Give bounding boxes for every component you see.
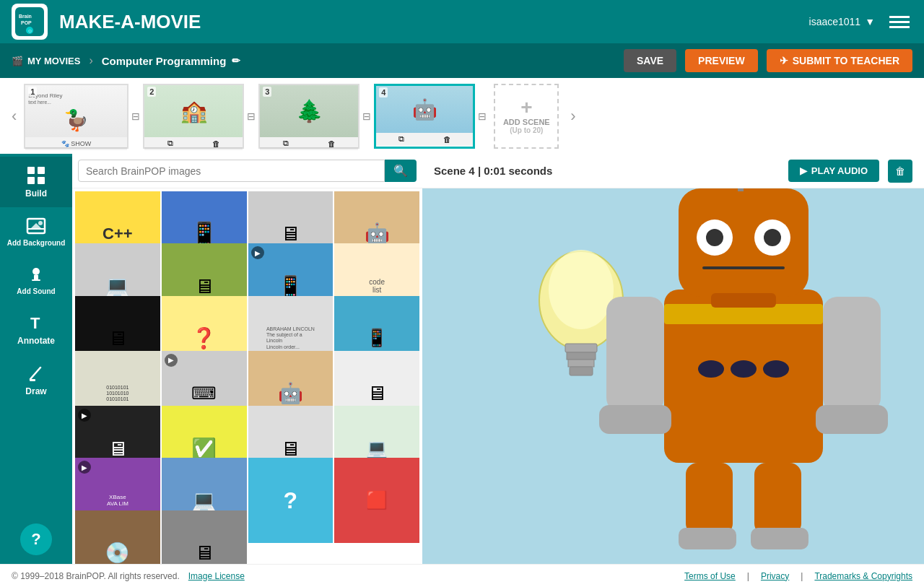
- svg-rect-39: [823, 297, 881, 412]
- help-button[interactable]: ?: [20, 523, 52, 555]
- svg-rect-45: [711, 293, 776, 308]
- svg-point-12: [38, 221, 43, 225]
- image-cell-disk[interactable]: 💿: [75, 510, 160, 564]
- svg-point-27: [698, 360, 724, 378]
- scene-preview-1: Beyond Rileytext here... 🦆: [25, 85, 127, 137]
- copy-2-icon[interactable]: ⧉: [167, 139, 173, 148]
- svg-rect-14: [34, 275, 38, 279]
- scene-1-actions: 🐾 SHOW: [25, 137, 127, 150]
- hamburger-menu[interactable]: [886, 13, 912, 31]
- app-title: MAKE-A-MOVIE: [59, 11, 798, 33]
- terms-link[interactable]: Terms of Use: [684, 571, 736, 581]
- scene-preview-3: 🌲: [260, 85, 358, 137]
- svg-rect-41: [686, 463, 733, 535]
- sidebar-item-annotate[interactable]: T Annotate: [0, 304, 72, 355]
- scene-1-show[interactable]: 🐾 SHOW: [61, 140, 91, 147]
- sound-icon: [26, 264, 46, 284]
- search-button[interactable]: 🔍: [385, 160, 417, 182]
- image-cell-tower[interactable]: 🖥: [162, 510, 247, 564]
- svg-rect-38: [599, 405, 671, 434]
- add-scene-button[interactable]: + ADD SCENE (Up to 20): [494, 84, 559, 149]
- play-badge-kb: ▶: [165, 354, 178, 367]
- copyright-text: © 1999–2018 BrainPOP. All rights reserve…: [12, 571, 180, 581]
- play-badge: ▶: [251, 246, 264, 259]
- edit-icon[interactable]: ✏: [232, 55, 240, 66]
- preview-button[interactable]: PREVIEW: [685, 49, 758, 72]
- svg-text:POP: POP: [21, 20, 32, 25]
- user-menu[interactable]: isaace1011 ▼: [809, 16, 875, 27]
- background-icon: [26, 216, 46, 236]
- delete-audio-button[interactable]: 🗑: [888, 160, 912, 183]
- scene-thumb-3[interactable]: 3 🌲 ⧉ 🗑: [258, 84, 359, 149]
- play-badge-bm: ▶: [78, 409, 91, 422]
- sidebar: Build Add Background Add Sound T Annota: [0, 154, 72, 564]
- search-bar: 🔍: [72, 154, 422, 188]
- footer: © 1999–2018 BrainPOP. All rights reserve…: [0, 564, 924, 587]
- scene-thumb-1[interactable]: 1 Beyond Rileytext here... 🦆 🐾 SHOW: [24, 84, 128, 149]
- robot-sprite[interactable]: [578, 188, 910, 564]
- sound-label: Add Sound: [17, 287, 55, 295]
- trademarks-link[interactable]: Trademarks & Copyrights: [814, 571, 912, 581]
- next-arrow[interactable]: ›: [565, 107, 581, 126]
- svg-rect-5: [27, 167, 35, 174]
- delete-3-icon[interactable]: 🗑: [328, 139, 336, 148]
- brainpop-logo: Brain POP ☺: [12, 4, 48, 40]
- svg-rect-42: [754, 463, 801, 535]
- copy-4-icon[interactable]: ⧉: [398, 134, 404, 144]
- background-label: Add Background: [7, 239, 66, 247]
- svg-rect-43: [679, 528, 736, 549]
- svg-text:T: T: [30, 314, 40, 332]
- svg-rect-40: [816, 405, 888, 434]
- sidebar-item-build[interactable]: Build: [0, 157, 72, 207]
- svg-rect-7: [27, 177, 35, 184]
- sidebar-item-background[interactable]: Add Background: [0, 207, 72, 256]
- sidebar-item-draw[interactable]: Draw: [0, 355, 72, 405]
- project-name: Computer Programming ✏: [102, 55, 241, 67]
- privacy-link[interactable]: Privacy: [761, 571, 789, 581]
- svg-point-28: [731, 360, 757, 378]
- breadcrumb-separator: ›: [89, 54, 92, 67]
- delete-2-icon[interactable]: 🗑: [212, 139, 220, 148]
- sidebar-item-sound[interactable]: Add Sound: [0, 256, 72, 304]
- svg-point-34: [706, 229, 723, 246]
- prev-arrow[interactable]: ‹: [6, 107, 22, 126]
- search-input[interactable]: [78, 160, 385, 182]
- annotate-label: Annotate: [17, 336, 55, 346]
- scene-2-actions: ⧉ 🗑: [144, 137, 243, 150]
- scene-thumb-2[interactable]: 2 🏫 ⧉ 🗑: [143, 84, 244, 149]
- image-license-link[interactable]: Image License: [188, 571, 245, 581]
- edit-scene-2[interactable]: ⊟: [247, 110, 256, 122]
- edit-scene-1[interactable]: ⊟: [131, 110, 140, 122]
- draw-label: Draw: [25, 386, 46, 396]
- main-area: Build Add Background Add Sound T Annota: [0, 154, 924, 564]
- image-cell-red-grid[interactable]: 🟥: [334, 458, 419, 543]
- image-cell-question-mark[interactable]: ?: [248, 458, 334, 543]
- scene-preview-2: 🏫: [144, 85, 243, 137]
- play-audio-button[interactable]: ▶ PLAY AUDIO: [788, 160, 879, 182]
- edit-scene-3[interactable]: ⊟: [362, 110, 371, 122]
- canvas-stage[interactable]: [422, 188, 924, 564]
- scene-4-actions: ⧉ 🗑: [376, 133, 473, 146]
- footer-links: Terms of Use | Privacy | Trademarks & Co…: [684, 571, 912, 581]
- svg-rect-15: [32, 279, 40, 281]
- svg-rect-6: [38, 167, 45, 174]
- draw-icon: [26, 363, 46, 383]
- copy-3-icon[interactable]: ⧉: [283, 139, 289, 148]
- scene-thumb-4[interactable]: 4 🤖 ⧉ 🗑: [374, 84, 475, 149]
- delete-4-icon[interactable]: 🗑: [443, 135, 451, 144]
- scene-preview-4: 🤖: [376, 86, 473, 133]
- svg-point-29: [763, 360, 789, 378]
- search-icon: 🔍: [393, 165, 408, 177]
- submit-button[interactable]: ✈ SUBMIT TO TEACHER: [767, 49, 912, 72]
- edit-scene-4[interactable]: ⊟: [478, 110, 487, 122]
- canvas-toolbar: Scene 4 | 0:01 seconds ▶ PLAY AUDIO 🗑: [422, 154, 924, 188]
- scene-3-actions: ⧉ 🗑: [260, 137, 358, 150]
- svg-rect-44: [751, 528, 808, 549]
- svg-text:Brain: Brain: [19, 14, 32, 19]
- canvas-area: Scene 4 | 0:01 seconds ▶ PLAY AUDIO 🗑: [422, 154, 924, 564]
- svg-rect-37: [606, 297, 664, 412]
- save-button[interactable]: SAVE: [624, 49, 676, 72]
- svg-point-35: [764, 229, 781, 246]
- my-movies-link[interactable]: 🎬 MY MOVIES: [12, 56, 80, 66]
- svg-line-17: [30, 368, 40, 379]
